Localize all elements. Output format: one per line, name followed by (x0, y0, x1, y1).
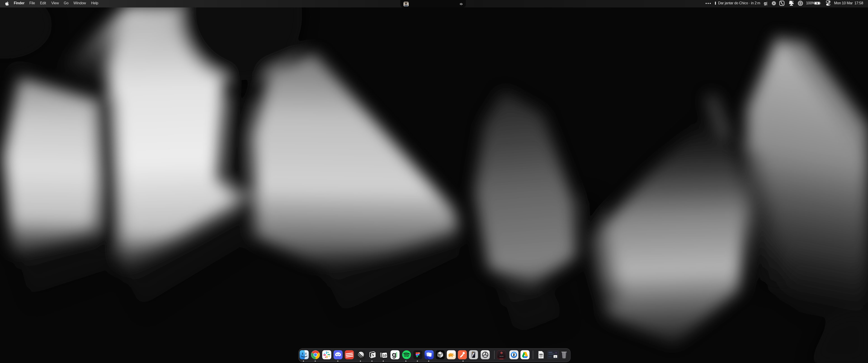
svg-text:N: N (372, 353, 374, 357)
svg-text:g: g (392, 351, 396, 359)
svg-text:raycast: raycast (499, 356, 503, 357)
svg-text:10: 10 (382, 354, 386, 358)
svg-text:11: 11 (554, 356, 556, 358)
